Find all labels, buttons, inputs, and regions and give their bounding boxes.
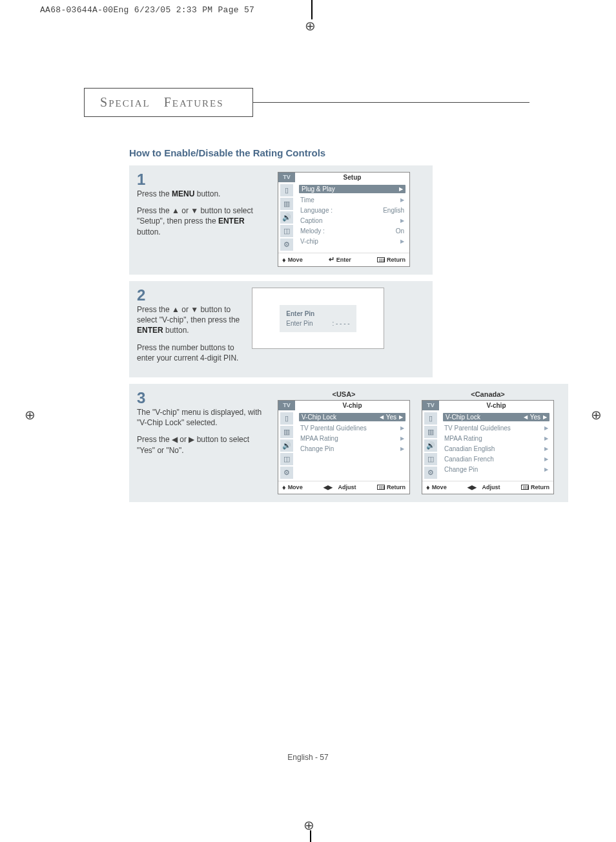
leftright-icon: ◀▶ xyxy=(323,484,333,490)
footer-adjust: Adjust xyxy=(482,484,500,490)
arrow-right-icon: ▶ xyxy=(544,467,548,472)
osd-setup-footer: ♦Move ↵Enter Return xyxy=(278,253,409,266)
menu-vchip-lock-value: Yes xyxy=(530,414,540,421)
osd-enter-pin-panel: Enter Pin Enter Pin : - - - - xyxy=(252,288,384,349)
picture-icon: ▥ xyxy=(280,426,293,438)
footer-enter: Enter xyxy=(336,257,351,263)
osd-usa-tv-label: TV xyxy=(278,401,295,410)
osd-canada-panel: TV V-chip ▯ ▥ 🔊 ◫ ⚙ V-Chi xyxy=(422,400,554,494)
menu-plug-play: Plug & Play ▶ xyxy=(299,185,406,193)
step-1-number: 1 xyxy=(137,172,266,187)
section-word2-cap: F xyxy=(164,95,172,109)
section-word1-rest: PECIAL xyxy=(108,98,150,109)
osd-canada-sidebar: ▯ ▥ 🔊 ◫ ⚙ xyxy=(422,410,439,481)
region-canada: <Canada> TV V-chip ▯ ▥ 🔊 ◫ ⚙ xyxy=(422,390,554,494)
arrow-right-icon: ▶ xyxy=(399,414,403,420)
menu-canadian-french-label: Canadian French xyxy=(444,456,494,463)
step-1-p1b: MENU xyxy=(172,189,194,198)
step-2-p1c: button. xyxy=(163,326,189,335)
arrow-right-icon: ▶ xyxy=(400,238,404,244)
step-3-block: 3 The "V-chip" menu is displayed, with "… xyxy=(129,384,568,502)
menu-change-pin-label: Change Pin xyxy=(444,466,478,473)
return-icon xyxy=(377,257,385,262)
registration-mark-right: ⊕ xyxy=(591,407,602,423)
registration-mark-left: ⊕ xyxy=(25,407,36,423)
footer-return: Return xyxy=(387,257,406,263)
menu-change-pin: Change Pin ▶ xyxy=(299,445,406,452)
step-3-text: 3 The "V-chip" menu is displayed, with "… xyxy=(137,390,266,494)
arrow-right-icon: ▶ xyxy=(544,425,548,431)
arrow-right-icon: ▶ xyxy=(400,197,404,203)
region-canada-title: <Canada> xyxy=(422,390,554,398)
osd-usa-title: V-chip xyxy=(295,401,409,410)
osd-usa-panel: TV V-chip ▯ ▥ 🔊 ◫ ⚙ V-Chi xyxy=(278,400,410,494)
menu-melody-label: Melody : xyxy=(300,227,325,235)
step-2-number: 2 xyxy=(137,288,240,303)
footer-move: Move xyxy=(432,484,447,490)
menu-canadian-french: Canadian French ▶ xyxy=(443,456,549,463)
updown-icon: ♦ xyxy=(426,483,430,491)
channel-icon: ◫ xyxy=(280,453,293,465)
step-2-p2: Press the number buttons to enter your c… xyxy=(137,342,240,363)
osd-canada-footer: ♦Move ◀▶ Adjust Return xyxy=(422,481,553,494)
menu-mpaa: MPAA Rating ▶ xyxy=(299,435,406,442)
menu-parental-label: TV Parental Guidelines xyxy=(444,425,511,432)
step-3-number: 3 xyxy=(137,390,266,406)
registration-mark-top: ⊕ xyxy=(305,18,316,34)
enter-pin-label: Enter Pin xyxy=(286,320,313,327)
menu-mpaa-label: MPAA Rating xyxy=(444,435,482,442)
menu-language: Language : English xyxy=(299,207,406,214)
arrow-right-icon: ▶ xyxy=(544,436,548,441)
menu-canadian-english: Canadian English ▶ xyxy=(443,445,549,452)
arrow-right-icon: ▶ xyxy=(544,456,548,462)
menu-caption: Caption ▶ xyxy=(299,217,406,224)
step-1-p2c: button. xyxy=(137,227,161,237)
menu-mpaa: MPAA Rating ▶ xyxy=(443,435,549,442)
setup-icon: ⚙ xyxy=(280,467,293,479)
arrow-right-icon: ▶ xyxy=(400,436,404,441)
step-3-p1: The "V-chip" menu is displayed, with "V-… xyxy=(137,407,266,428)
leftright-icon: ◀▶ xyxy=(467,484,477,490)
footer-move: Move xyxy=(288,257,303,263)
updown-icon: ♦ xyxy=(282,483,286,491)
arrow-left-icon: ◀ xyxy=(524,414,528,420)
footer-return: Return xyxy=(387,484,406,490)
step-1-block: 1 Press the MENU button. Press the ▲ or … xyxy=(129,165,433,275)
region-usa: <USA> TV V-chip ▯ ▥ 🔊 ◫ ⚙ xyxy=(278,390,410,494)
menu-change-pin-label: Change Pin xyxy=(300,445,334,452)
menu-melody: Melody : On xyxy=(299,227,406,235)
step-1-p1c: button. xyxy=(194,189,220,198)
step-3-p2: Press the ◀ or ▶ button to select "Yes" … xyxy=(137,434,266,455)
arrow-right-icon: ▶ xyxy=(400,446,404,452)
menu-plug-play-label: Plug & Play xyxy=(302,185,335,193)
menu-parental: TV Parental Guidelines ▶ xyxy=(299,425,406,432)
section-header: SPECIAL FEATURES xyxy=(84,88,253,117)
menu-vchip-lock-label: V-Chip Lock xyxy=(446,414,480,421)
menu-time: Time ▶ xyxy=(299,196,406,204)
menu-vchip: V-chip ▶ xyxy=(299,238,406,245)
osd-canada-tv-label: TV xyxy=(422,401,439,410)
region-usa-title: <USA> xyxy=(278,390,410,398)
step-1-p1a: Press the xyxy=(137,189,172,198)
arrow-right-icon: ▶ xyxy=(400,425,404,431)
arrow-right-icon: ▶ xyxy=(400,218,404,224)
menu-time-label: Time xyxy=(300,196,314,204)
step-2-p1a: Press the ▲ or ▼ button to select "V-chi… xyxy=(137,305,240,324)
arrow-left-icon: ◀ xyxy=(380,414,384,420)
menu-vchip-lock: V-Chip Lock ◀ Yes ▶ xyxy=(299,413,406,421)
osd-canada-menu: V-Chip Lock ◀ Yes ▶ TV Parental Guidelin… xyxy=(439,410,553,481)
input-icon: ▯ xyxy=(424,412,437,425)
step-1-p2b: ENTER xyxy=(218,216,245,226)
step-2-block: 2 Press the ▲ or ▼ button to select "V-c… xyxy=(129,281,433,377)
menu-parental-label: TV Parental Guidelines xyxy=(300,425,367,432)
arrow-right-icon: ▶ xyxy=(399,186,403,192)
input-icon: ▯ xyxy=(280,412,293,425)
menu-language-label: Language : xyxy=(300,207,333,214)
picture-icon: ▥ xyxy=(424,426,437,438)
menu-vchip-lock-label: V-Chip Lock xyxy=(302,414,336,421)
osd-setup-sidebar: ▯ ▥ 🔊 ◫ ⚙ xyxy=(278,182,295,253)
page-footer: English - 57 xyxy=(0,753,616,762)
osd-usa-menu: V-Chip Lock ◀ Yes ▶ TV Parental Guidelin… xyxy=(295,410,409,481)
menu-canadian-english-label: Canadian English xyxy=(444,445,495,452)
setup-icon: ⚙ xyxy=(280,238,293,251)
